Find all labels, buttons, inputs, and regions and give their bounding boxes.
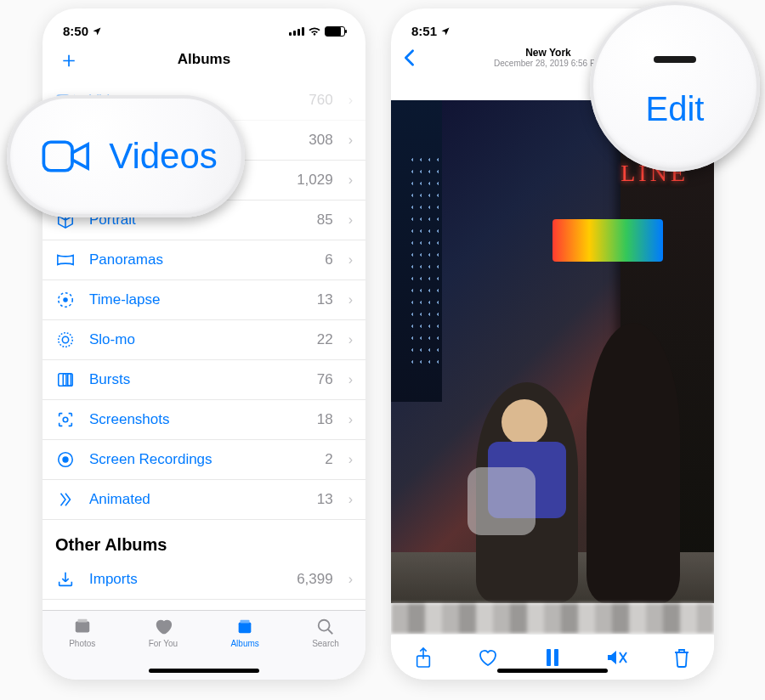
row-count: 18 bbox=[317, 411, 333, 428]
tab-label: Albums bbox=[230, 639, 258, 648]
chevron-right-icon: › bbox=[348, 93, 353, 108]
row-screenshots[interactable]: Screenshots 18 › bbox=[42, 400, 366, 440]
chevron-right-icon: › bbox=[348, 292, 353, 308]
row-label: Slo-mo bbox=[89, 331, 303, 348]
row-screenrecordings[interactable]: Screen Recordings 2 › bbox=[42, 440, 366, 480]
mute-button[interactable] bbox=[605, 646, 629, 669]
svg-rect-22 bbox=[554, 649, 558, 666]
tab-search[interactable]: Search bbox=[312, 618, 339, 648]
svg-rect-15 bbox=[75, 622, 89, 633]
chevron-right-icon: › bbox=[348, 252, 353, 268]
tab-albums[interactable]: Albums bbox=[230, 618, 258, 648]
tab-photos[interactable]: Photos bbox=[69, 618, 95, 648]
callout-edit: Edit bbox=[590, 2, 760, 172]
chevron-right-icon: › bbox=[348, 492, 353, 507]
tab-foryou[interactable]: For You bbox=[149, 618, 178, 648]
callout-label: Edit bbox=[646, 90, 705, 128]
video-preview[interactable]: LINE bbox=[391, 100, 714, 603]
row-label: Screen Recordings bbox=[89, 451, 311, 468]
svg-rect-10 bbox=[63, 374, 71, 387]
chevron-right-icon: › bbox=[348, 133, 353, 148]
screenshot-icon bbox=[55, 409, 76, 430]
svg-point-8 bbox=[62, 336, 68, 342]
svg-point-12 bbox=[63, 417, 68, 422]
location-arrow-icon bbox=[440, 26, 450, 37]
svg-rect-18 bbox=[241, 620, 250, 624]
row-panoramas[interactable]: Panoramas 6 › bbox=[42, 240, 366, 280]
timelapse-icon bbox=[55, 290, 76, 310]
row-count: 85 bbox=[317, 212, 333, 229]
chevron-right-icon: › bbox=[348, 212, 353, 228]
row-animated[interactable]: Animated 13 › bbox=[42, 480, 366, 520]
svg-point-19 bbox=[319, 620, 330, 631]
cell-signal-icon bbox=[289, 27, 304, 36]
row-count: 22 bbox=[317, 331, 333, 348]
share-button[interactable] bbox=[411, 646, 435, 669]
svg-point-7 bbox=[59, 333, 73, 347]
bursts-icon bbox=[55, 370, 76, 390]
row-label: Screenshots bbox=[89, 411, 303, 428]
row-count: 760 bbox=[309, 92, 332, 109]
pause-button[interactable] bbox=[541, 646, 564, 669]
svg-rect-23 bbox=[44, 142, 73, 171]
nav-title: Albums bbox=[82, 51, 326, 68]
row-label: Time-lapse bbox=[89, 291, 303, 308]
slomo-icon bbox=[55, 330, 76, 350]
status-time: 8:51 bbox=[411, 24, 437, 38]
speaker-slot bbox=[654, 56, 696, 63]
tab-label: Search bbox=[312, 639, 339, 648]
favorite-button[interactable] bbox=[476, 646, 500, 669]
status-bar: 8:50 bbox=[42, 8, 366, 43]
back-button[interactable] bbox=[403, 48, 428, 67]
row-count: 1,029 bbox=[297, 172, 333, 189]
tab-label: Photos bbox=[69, 639, 95, 648]
row-timelapse[interactable]: Time-lapse 13 › bbox=[42, 280, 366, 320]
row-count: 308 bbox=[309, 132, 332, 149]
add-button[interactable]: ＋ bbox=[58, 48, 82, 71]
row-count: 6,399 bbox=[297, 571, 333, 588]
row-count: 76 bbox=[317, 371, 333, 388]
svg-rect-21 bbox=[547, 649, 551, 666]
svg-rect-11 bbox=[68, 374, 73, 387]
chevron-right-icon: › bbox=[348, 572, 353, 587]
video-icon bbox=[41, 138, 92, 174]
row-count: 2 bbox=[325, 451, 332, 468]
callout-videos: Videos bbox=[7, 95, 245, 217]
chevron-right-icon: › bbox=[348, 452, 353, 467]
row-bursts[interactable]: Bursts 76 › bbox=[42, 360, 366, 400]
home-indicator[interactable] bbox=[497, 669, 608, 673]
import-icon bbox=[55, 569, 76, 590]
svg-point-14 bbox=[62, 456, 68, 462]
location-arrow-icon bbox=[92, 26, 102, 37]
row-label: Panoramas bbox=[89, 251, 311, 268]
chevron-right-icon: › bbox=[348, 332, 353, 347]
callout-label: Videos bbox=[109, 136, 218, 177]
svg-rect-16 bbox=[77, 619, 87, 623]
nav-bar: ＋ Albums bbox=[42, 43, 366, 81]
row-imports[interactable]: Imports 6,399 › bbox=[42, 560, 366, 600]
panorama-icon bbox=[55, 250, 76, 270]
status-time: 8:50 bbox=[63, 24, 88, 38]
svg-point-6 bbox=[63, 297, 68, 302]
delete-button[interactable] bbox=[670, 646, 694, 669]
home-indicator[interactable] bbox=[149, 669, 259, 673]
chevron-right-icon: › bbox=[348, 172, 353, 188]
wifi-icon bbox=[308, 26, 321, 37]
video-scrubber[interactable] bbox=[391, 603, 714, 634]
chevron-right-icon: › bbox=[348, 412, 353, 427]
row-count: 6 bbox=[325, 251, 332, 268]
row-slomo[interactable]: Slo-mo 22 › bbox=[42, 320, 366, 360]
row-count: 13 bbox=[317, 491, 333, 508]
svg-rect-9 bbox=[59, 374, 66, 387]
battery-icon bbox=[325, 26, 345, 37]
row-label: Imports bbox=[89, 571, 283, 588]
row-label: Bursts bbox=[89, 371, 303, 388]
row-label: Animated bbox=[89, 491, 303, 508]
svg-rect-17 bbox=[239, 623, 252, 634]
other-albums-header: Other Albums bbox=[42, 520, 366, 560]
animated-icon bbox=[55, 489, 76, 510]
tab-label: For You bbox=[149, 639, 178, 648]
record-icon bbox=[55, 449, 76, 470]
chevron-right-icon: › bbox=[348, 372, 353, 387]
row-count: 13 bbox=[317, 291, 333, 308]
